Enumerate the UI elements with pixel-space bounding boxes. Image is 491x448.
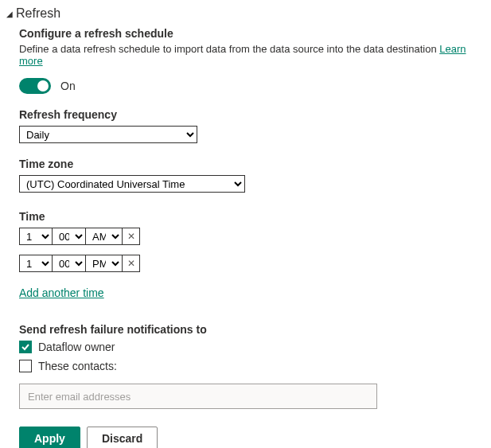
schedule-toggle[interactable] — [19, 78, 51, 94]
subheading: Configure a refresh schedule — [19, 27, 485, 40]
time-row: 1 00 PM ✕ — [19, 255, 485, 272]
contacts-email-input[interactable] — [19, 384, 377, 409]
ampm-select[interactable]: AM — [86, 228, 123, 245]
minute-select[interactable]: 00 — [53, 255, 86, 272]
frequency-select[interactable]: Daily — [19, 126, 197, 143]
ampm-select[interactable]: PM — [86, 255, 123, 272]
remove-time-button[interactable]: ✕ — [123, 228, 140, 245]
description: Define a data refresh schedule to import… — [19, 43, 485, 67]
close-icon: ✕ — [127, 258, 135, 269]
time-row: 1 00 AM ✕ — [19, 228, 485, 245]
section-header[interactable]: ◢ Refresh — [6, 6, 485, 21]
collapse-triangle-icon: ◢ — [6, 10, 13, 18]
toggle-thumb — [37, 80, 49, 92]
minute-select[interactable]: 00 — [53, 228, 86, 245]
section-title: Refresh — [16, 6, 60, 21]
timezone-select[interactable]: (UTC) Coordinated Universal Time — [19, 175, 245, 193]
notify-label: Send refresh failure notifications to — [19, 323, 485, 336]
description-text: Define a data refresh schedule to import… — [19, 43, 439, 55]
timezone-label: Time zone — [19, 158, 485, 170]
owner-checkbox-label: Dataflow owner — [38, 341, 115, 353]
contacts-checkbox[interactable] — [19, 360, 32, 372]
discard-button[interactable]: Discard — [87, 427, 158, 448]
checkmark-icon — [21, 342, 30, 352]
frequency-label: Refresh frequency — [19, 108, 485, 121]
add-time-link[interactable]: Add another time — [19, 286, 104, 299]
toggle-state-label: On — [60, 80, 76, 92]
contacts-checkbox-label: These contacts: — [38, 360, 117, 372]
apply-button[interactable]: Apply — [19, 427, 80, 448]
owner-checkbox[interactable] — [19, 341, 32, 353]
hour-select[interactable]: 1 — [19, 228, 53, 245]
close-icon: ✕ — [127, 231, 135, 242]
time-label: Time — [19, 210, 485, 223]
remove-time-button[interactable]: ✕ — [123, 255, 140, 272]
hour-select[interactable]: 1 — [19, 255, 53, 272]
